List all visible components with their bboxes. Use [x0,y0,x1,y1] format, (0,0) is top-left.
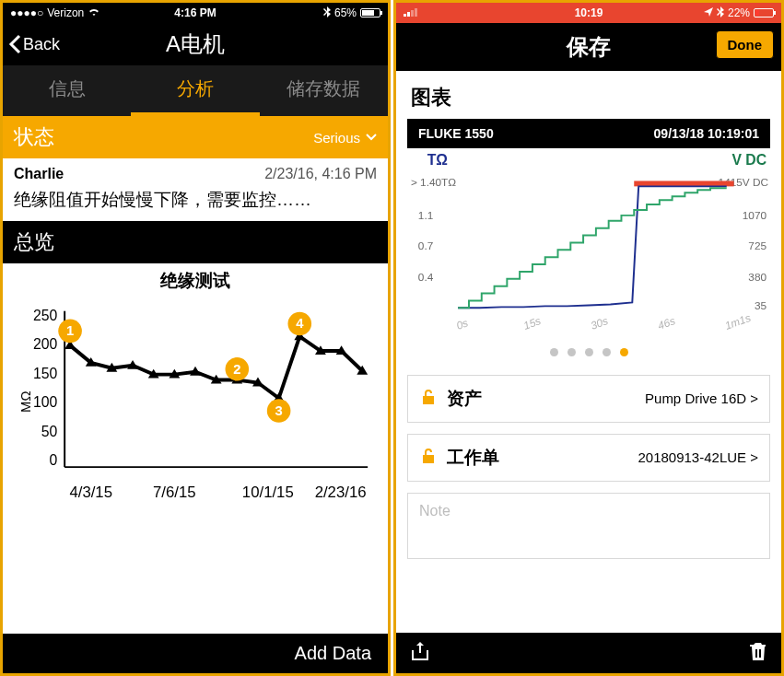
battery-icon [754,8,774,17]
share-button[interactable] [411,641,429,665]
status-bar: 10:19 22% [396,3,781,23]
pager[interactable] [396,339,781,369]
wifi-icon [88,6,100,19]
done-button[interactable]: Done [716,30,775,59]
bluetooth-icon [717,6,724,20]
note-input[interactable]: Note [407,493,770,559]
delete-button[interactable] [750,641,766,665]
pager-dot[interactable] [568,348,576,356]
phone-right: 10:19 22% 保存 Done 图表 FLUKE 1550 09/13/18… [393,0,784,676]
tab-analysis[interactable]: 分析 [131,65,259,116]
svg-text:1: 1 [66,323,74,338]
phone-left: ●●●●○ Verizon 4:16 PM 65% Back A电机 [0,0,391,676]
svg-text:50: 50 [41,424,58,439]
y-axis-label: MΩ [18,391,33,413]
chart-svg: 250 200 150 100 50 0 MΩ [14,293,377,529]
clock: 10:19 [575,6,603,19]
status-label: 状态 [14,123,54,151]
graph-header: FLUKE 1550 09/13/18 10:19:01 [407,119,770,148]
unlock-icon [419,447,438,469]
back-button[interactable]: Back [3,34,60,54]
svg-rect-37 [411,10,414,17]
status-row[interactable]: 状态 Serious [3,116,388,158]
svg-text:100: 100 [33,394,58,410]
svg-text:4: 4 [296,316,304,331]
note-placeholder: Note [419,503,451,519]
svg-text:1m1s: 1m1s [723,311,753,332]
chevron-down-icon [366,134,377,141]
device-label: FLUKE 1550 [418,126,494,141]
asset-label: 资产 [447,387,482,411]
insulation-chart[interactable]: 绝缘测试 250 200 150 100 50 0 MΩ [10,263,380,532]
left-axis-label: TΩ [427,152,448,168]
status-bar: ●●●●○ Verizon 4:16 PM 65% [3,3,388,23]
add-data-button[interactable]: Add Data [3,634,388,673]
overflow-label: > 1.40TΩ [411,176,456,189]
svg-rect-38 [415,8,417,17]
page-title: A电机 [166,29,225,59]
chevron-left-icon [8,34,21,54]
svg-text:2/23/16: 2/23/16 [315,484,367,501]
back-label: Back [23,35,60,54]
pager-dot[interactable] [620,348,628,356]
signal-dots-icon: ●●●●○ [10,6,43,19]
header: 保存 Done [396,23,781,71]
tab-stored[interactable]: 储存数据 [260,65,388,116]
note-body: 绝缘阻值开始慢慢下降，需要监控…… [3,184,388,221]
svg-text:250: 250 [33,308,58,323]
location-icon [704,6,713,19]
pager-dot[interactable] [550,348,558,356]
svg-rect-36 [407,12,410,17]
tab-info[interactable]: 信息 [3,65,131,116]
graph-timestamp: 09/13/18 10:19:01 [654,126,759,141]
workorder-label: 工作单 [447,446,499,470]
pager-dot[interactable] [585,348,593,356]
header: Back A电机 [3,23,388,65]
bluetooth-icon [323,6,331,20]
svg-text:725: 725 [748,239,766,252]
svg-rect-35 [404,14,406,17]
note-meta: Charlie 2/23/16, 4:16 PM [3,158,388,184]
svg-text:10/1/15: 10/1/15 [242,484,294,501]
svg-text:380: 380 [748,271,766,284]
asset-value: Pump Drive 16D > [645,390,758,406]
svg-text:3: 3 [275,403,283,418]
svg-text:15s: 15s [521,314,543,332]
overview-header: 总览 [3,221,388,263]
clock: 4:16 PM [174,6,216,19]
unlock-icon [419,388,438,410]
battery-pct: 22% [728,6,750,19]
status-value: Serious [313,130,360,146]
workorder-row[interactable]: 工作单 20180913-42LUE > [407,434,770,482]
svg-text:35: 35 [755,299,767,312]
svg-text:0: 0 [50,452,58,468]
svg-text:4/3/15: 4/3/15 [69,484,112,501]
pager-dot[interactable] [603,348,611,356]
svg-text:46s: 46s [656,314,677,332]
carrier-label: Verizon [47,6,84,19]
svg-text:1070: 1070 [743,209,767,222]
status-select[interactable]: Serious [313,130,377,146]
note-author: Charlie [14,166,64,182]
fluke-chart[interactable]: TΩ V DC > 1.40TΩ 1415V DC 1.10.70.4 1070… [407,148,770,339]
workorder-value: 20180913-42LUE > [638,449,758,465]
svg-text:0s: 0s [454,316,470,332]
battery-pct: 65% [334,6,357,19]
svg-text:30s: 30s [589,314,610,332]
svg-text:200: 200 [33,336,58,352]
page-title: 保存 [567,32,611,62]
svg-text:0.4: 0.4 [418,271,434,284]
svg-text:0.7: 0.7 [418,239,433,252]
tabs: 信息 分析 储存数据 [3,65,388,116]
svg-text:7/6/15: 7/6/15 [153,484,196,501]
bottom-toolbar [396,633,781,673]
svg-text:2: 2 [233,362,240,377]
asset-row[interactable]: 资产 Pump Drive 16D > [407,375,770,423]
right-axis-label: V DC [731,152,766,168]
svg-text:150: 150 [33,366,58,381]
chart-title: 绝缘测试 [14,269,377,293]
svg-text:1.1: 1.1 [418,209,433,222]
signal-icon [404,6,418,19]
battery-icon [360,8,380,17]
section-graph-title: 图表 [396,71,781,119]
